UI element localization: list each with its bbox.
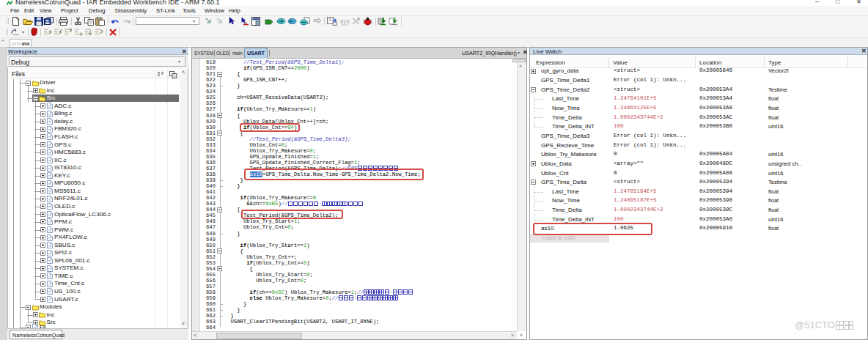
svg-text:010: 010 [340, 19, 350, 25]
